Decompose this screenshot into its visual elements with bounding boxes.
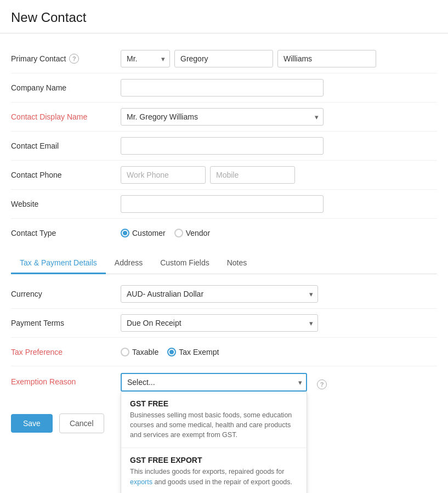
export-highlight: exports	[130, 478, 152, 486]
tab-custom-fields[interactable]: Custom Fields	[151, 253, 218, 274]
tax-preference-row: Tax Preference Taxable Tax Exempt	[11, 338, 437, 366]
contact-type-row: Contact Type Customer Vendor	[11, 219, 437, 247]
contact-email-label: Contact Email	[11, 141, 121, 150]
customer-label: Customer	[132, 229, 166, 237]
title-select[interactable]: Mr. Mrs. Ms. Dr.	[121, 50, 170, 67]
contact-type-radio-group: Customer Vendor	[121, 229, 210, 237]
form-container: Primary Contact ? Mr. Mrs. Ms. Dr. Compa…	[0, 33, 448, 247]
company-name-input[interactable]	[121, 79, 324, 97]
display-name-row: Contact Display Name Mr. Gregory William…	[11, 103, 437, 132]
vendor-label: Vendor	[186, 229, 210, 237]
exemption-reason-wrapper: Select... GST FREE GST FREE EXPORT ▾ GST…	[121, 373, 307, 392]
display-name-select[interactable]: Mr. Gregory Williams Gregory Williams	[121, 108, 324, 126]
gst-free-export-title: GST FREE EXPORT	[130, 456, 298, 464]
payment-terms-label: Payment Terms	[11, 319, 121, 327]
gst-free-export-desc: This includes goods for exports, repaire…	[130, 467, 298, 486]
tax-exempt-radio-label[interactable]: Tax Exempt	[167, 348, 219, 356]
dropdown-item-gst-free[interactable]: GST FREE Businesses selling most basic f…	[121, 392, 307, 448]
currency-select[interactable]: AUD- Australian Dollar USD- US Dollar EU…	[121, 285, 318, 303]
primary-contact-help-icon[interactable]: ?	[69, 54, 79, 64]
contact-email-row: Contact Email	[11, 132, 437, 161]
exemption-reason-row: Exemption Reason Select... GST FREE GST …	[11, 366, 437, 397]
website-row: Website	[11, 190, 437, 219]
exemption-reason-select[interactable]: Select... GST FREE GST FREE EXPORT	[121, 373, 307, 392]
payment-terms-select-wrapper: Due On Receipt Net 30 Net 60	[121, 314, 318, 332]
contact-phone-controls	[121, 166, 437, 184]
contact-email-input[interactable]	[121, 137, 324, 155]
dropdown-item-gst-free-export[interactable]: GST FREE EXPORT This includes goods for …	[121, 448, 307, 493]
company-name-row: Company Name	[11, 73, 437, 103]
tax-payment-section: Currency AUD- Australian Dollar USD- US …	[0, 274, 448, 397]
tax-preference-controls: Taxable Tax Exempt	[121, 348, 437, 356]
company-name-label: Company Name	[11, 83, 121, 92]
display-name-label: Contact Display Name	[11, 112, 121, 121]
currency-select-wrapper: AUD- Australian Dollar USD- US Dollar EU…	[121, 285, 318, 303]
company-name-controls	[121, 79, 437, 97]
tax-exempt-radio[interactable]	[167, 348, 176, 356]
contact-type-label: Contact Type	[11, 229, 121, 237]
payment-terms-row: Payment Terms Due On Receipt Net 30 Net …	[11, 309, 437, 338]
primary-contact-label: Primary Contact ?	[11, 54, 121, 64]
contact-email-controls	[121, 137, 437, 155]
website-controls	[121, 195, 437, 213]
vendor-radio[interactable]	[174, 229, 183, 237]
tab-tax-payment[interactable]: Tax & Payment Details	[11, 253, 106, 274]
gst-free-desc: Businesses selling most basic foods, som…	[130, 410, 298, 440]
exemption-help-icon[interactable]: ?	[317, 379, 327, 389]
gst-free-title: GST FREE	[130, 399, 298, 408]
first-name-input[interactable]	[174, 50, 273, 67]
payment-terms-select[interactable]: Due On Receipt Net 30 Net 60	[121, 314, 318, 332]
website-label: Website	[11, 200, 121, 208]
tax-exempt-label: Tax Exempt	[179, 348, 219, 356]
taxable-radio[interactable]	[121, 348, 129, 356]
primary-contact-row: Primary Contact ? Mr. Mrs. Ms. Dr.	[11, 44, 437, 73]
display-name-controls: Mr. Gregory Williams Gregory Williams	[121, 108, 437, 126]
title-select-wrapper: Mr. Mrs. Ms. Dr.	[121, 50, 170, 67]
work-phone-input[interactable]	[121, 166, 206, 184]
last-name-input[interactable]	[277, 50, 376, 67]
exemption-dropdown-menu: GST FREE Businesses selling most basic f…	[121, 392, 307, 493]
contact-phone-label: Contact Phone	[11, 171, 121, 179]
save-button[interactable]: Save	[11, 414, 53, 433]
tax-preference-label: Tax Preference	[11, 348, 121, 356]
page-title: New Contact	[11, 10, 437, 25]
taxable-radio-label[interactable]: Taxable	[121, 348, 158, 356]
vendor-radio-label[interactable]: Vendor	[174, 229, 210, 237]
currency-row: Currency AUD- Australian Dollar USD- US …	[11, 280, 437, 309]
payment-terms-controls: Due On Receipt Net 30 Net 60	[121, 314, 437, 332]
tab-notes[interactable]: Notes	[218, 253, 256, 274]
mobile-input[interactable]	[210, 166, 295, 184]
customer-radio[interactable]	[121, 229, 129, 237]
page-header: New Contact	[0, 0, 448, 33]
currency-controls: AUD- Australian Dollar USD- US Dollar EU…	[121, 285, 437, 303]
primary-contact-controls: Mr. Mrs. Ms. Dr.	[121, 50, 437, 67]
tax-preference-radio-group: Taxable Tax Exempt	[121, 348, 219, 356]
taxable-label: Taxable	[132, 348, 158, 356]
exemption-reason-controls: Select... GST FREE GST FREE EXPORT ▾ GST…	[121, 373, 437, 392]
customer-radio-label[interactable]: Customer	[121, 229, 166, 237]
currency-label: Currency	[11, 290, 121, 298]
tabs-container: Tax & Payment Details Address Custom Fie…	[11, 253, 437, 274]
display-name-select-wrapper: Mr. Gregory Williams Gregory Williams	[121, 108, 324, 126]
tab-address[interactable]: Address	[106, 253, 151, 274]
contact-type-controls: Customer Vendor	[121, 229, 437, 237]
cancel-button[interactable]: Cancel	[59, 413, 104, 433]
exemption-reason-label: Exemption Reason	[11, 373, 121, 386]
contact-phone-row: Contact Phone	[11, 161, 437, 190]
website-input[interactable]	[121, 195, 324, 213]
